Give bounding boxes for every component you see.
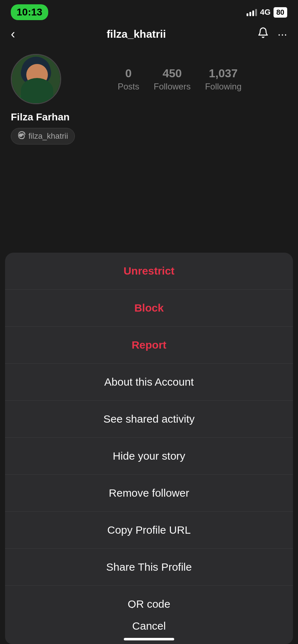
posts-count: 0	[125, 67, 132, 80]
hide-story-button[interactable]: Hide your story	[5, 438, 293, 475]
following-label: Following	[205, 82, 241, 92]
following-stat[interactable]: 1,037 Following	[205, 67, 241, 92]
notification-bell-icon[interactable]	[257, 27, 269, 41]
profile-display-name: Filza Farhan	[11, 111, 287, 123]
unrestrict-button[interactable]: Unrestrict	[5, 253, 293, 290]
threads-username: filza_khatrii	[28, 132, 68, 141]
svg-point-4	[28, 69, 44, 87]
share-profile-button[interactable]: Share This Profile	[5, 549, 293, 586]
svg-point-5	[32, 76, 35, 79]
svg-point-3	[21, 60, 51, 86]
profile-section: 0 Posts 450 Followers 1,037 Following	[0, 47, 298, 108]
status-bar: 10:13 4G 80	[0, 0, 298, 22]
header-username: filza_khatrii	[107, 28, 166, 40]
header-actions: ···	[257, 27, 287, 41]
status-icons: 4G 80	[247, 7, 287, 18]
followers-count: 450	[163, 67, 182, 80]
about-account-button[interactable]: About this Account	[5, 364, 293, 401]
svg-point-7	[19, 89, 53, 104]
posts-stat[interactable]: 0 Posts	[118, 67, 139, 92]
stats-container: 0 Posts 450 Followers 1,037 Following	[72, 67, 287, 92]
following-count: 1,037	[209, 67, 238, 80]
home-indicator	[124, 638, 174, 640]
threads-handle[interactable]: filza_khatrii	[11, 128, 75, 144]
status-time: 10:13	[11, 4, 48, 20]
followers-stat[interactable]: 450 Followers	[154, 67, 191, 92]
threads-icon	[18, 131, 26, 141]
followers-label: Followers	[154, 82, 191, 92]
more-options-icon[interactable]: ···	[277, 28, 287, 41]
network-label: 4G	[260, 8, 270, 17]
header-nav: ‹ filza_khatrii ···	[0, 22, 298, 47]
battery-label: 80	[274, 7, 287, 18]
report-button[interactable]: Report	[5, 327, 293, 364]
bottom-sheet: Unrestrict Block Report About this Accou…	[5, 253, 293, 622]
remove-follower-button[interactable]: Remove follower	[5, 475, 293, 512]
profile-info: Filza Farhan filza_khatrii	[0, 108, 298, 150]
avatar-image	[12, 55, 60, 103]
svg-point-6	[37, 76, 40, 79]
posts-label: Posts	[118, 82, 139, 92]
shared-activity-button[interactable]: See shared activity	[5, 401, 293, 438]
back-button[interactable]: ‹	[11, 27, 15, 42]
block-button[interactable]: Block	[5, 290, 293, 327]
signal-icon	[247, 8, 257, 16]
svg-point-2	[26, 65, 46, 87]
copy-profile-url-button[interactable]: Copy Profile URL	[5, 512, 293, 549]
avatar	[11, 54, 61, 104]
